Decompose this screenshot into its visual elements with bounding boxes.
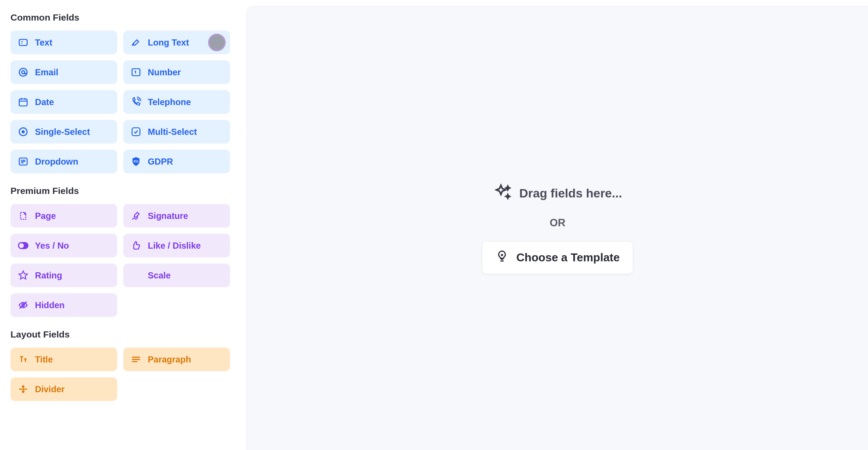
choose-template-button[interactable]: Choose a Template (482, 241, 633, 274)
paragraph-icon (130, 354, 142, 365)
svg-point-13 (19, 243, 24, 248)
field-dropdown[interactable]: Dropdown (10, 150, 117, 173)
title-icon (17, 354, 29, 365)
field-multi-select[interactable]: Multi-Select (123, 120, 230, 144)
field-label: Yes / No (35, 241, 69, 251)
svg-point-3 (19, 68, 27, 76)
field-divider[interactable]: Divider (10, 377, 117, 401)
drag-hint-text: Drag fields here... (519, 186, 622, 200)
svg-point-18 (135, 276, 137, 278)
selection-indicator (208, 34, 226, 51)
svg-point-17 (132, 276, 134, 278)
date-icon (17, 96, 29, 108)
premium-fields-heading: Premium Fields (10, 186, 230, 196)
field-scale[interactable]: Scale (123, 264, 230, 287)
layout-fields-heading: Layout Fields (10, 329, 230, 340)
field-email[interactable]: Email (10, 60, 117, 84)
gdpr-icon: EU (130, 156, 142, 167)
field-label: Like / Dislike (148, 241, 201, 251)
field-text[interactable]: Text (10, 31, 117, 54)
field-rating[interactable]: Rating (10, 264, 117, 287)
page-icon (17, 210, 29, 221)
svg-rect-9 (132, 128, 140, 136)
field-label: Title (35, 355, 53, 365)
field-label: Paragraph (148, 355, 191, 365)
number-icon (130, 67, 142, 78)
field-label: Dropdown (35, 157, 78, 167)
multi-select-icon (130, 126, 142, 137)
field-label: Date (35, 97, 54, 107)
field-label: Number (148, 67, 181, 77)
field-like-dislike[interactable]: Like / Dislike (123, 234, 230, 257)
scale-icon (130, 270, 142, 281)
svg-point-19 (138, 276, 140, 278)
field-label: Divider (35, 384, 65, 394)
common-fields-heading: Common Fields (10, 12, 230, 23)
premium-fields-grid: Page Signature Yes / No Like / Dislike R (10, 204, 230, 317)
field-label: Multi-Select (148, 127, 197, 137)
field-label: GDPR (148, 157, 173, 167)
field-label: Email (35, 67, 58, 77)
field-label: Hidden (35, 300, 65, 310)
text-icon (17, 37, 29, 48)
field-label: Telephone (148, 97, 191, 107)
field-yes-no[interactable]: Yes / No (10, 234, 117, 257)
field-date[interactable]: Date (10, 90, 117, 114)
field-number[interactable]: Number (123, 60, 230, 84)
field-label: Signature (148, 211, 188, 221)
common-fields-grid: Text Long Text Email Number Date (10, 31, 230, 173)
field-long-text[interactable]: Long Text (123, 31, 230, 54)
svg-text:EU: EU (133, 159, 138, 163)
divider-icon (17, 383, 29, 395)
svg-point-16 (138, 273, 140, 274)
long-text-icon (130, 37, 142, 48)
field-label: Page (35, 211, 56, 221)
svg-rect-0 (19, 39, 27, 46)
field-label: Rating (35, 271, 62, 281)
field-title[interactable]: Title (10, 348, 117, 371)
svg-point-21 (502, 254, 503, 256)
field-label: Text (35, 38, 52, 48)
lightbulb-icon (495, 250, 509, 266)
field-label: Long Text (148, 38, 189, 48)
telephone-icon (130, 96, 142, 108)
signature-icon (130, 210, 142, 221)
svg-rect-6 (19, 99, 27, 106)
field-telephone[interactable]: Telephone (123, 90, 230, 114)
layout-fields-grid: Title Paragraph Divider (10, 348, 230, 401)
field-label: Scale (148, 271, 171, 281)
field-gdpr[interactable]: EU GDPR (123, 150, 230, 173)
email-icon (17, 67, 29, 78)
hidden-icon (17, 299, 29, 311)
field-page[interactable]: Page (10, 204, 117, 228)
svg-point-1 (132, 45, 133, 46)
svg-point-14 (132, 273, 134, 274)
fields-sidebar: Common Fields Text Long Text Email (0, 0, 241, 450)
form-canvas[interactable]: Drag fields here... OR Choose a Template (247, 6, 868, 450)
dropdown-icon (17, 156, 29, 167)
field-signature[interactable]: Signature (123, 204, 230, 228)
field-label: Single-Select (35, 127, 90, 137)
field-hidden[interactable]: Hidden (10, 293, 117, 317)
field-paragraph[interactable]: Paragraph (123, 348, 230, 371)
drag-hint: Drag fields here... (493, 183, 622, 204)
single-select-icon (17, 126, 29, 137)
or-separator: OR (550, 217, 565, 229)
svg-point-2 (135, 45, 135, 46)
sparkle-icon (493, 183, 512, 204)
field-single-select[interactable]: Single-Select (10, 120, 117, 144)
thumbs-up-icon (130, 240, 142, 251)
toggle-icon (17, 240, 29, 251)
svg-point-8 (22, 130, 25, 134)
choose-template-label: Choose a Template (516, 251, 620, 264)
svg-point-15 (135, 273, 137, 274)
star-icon (17, 270, 29, 281)
